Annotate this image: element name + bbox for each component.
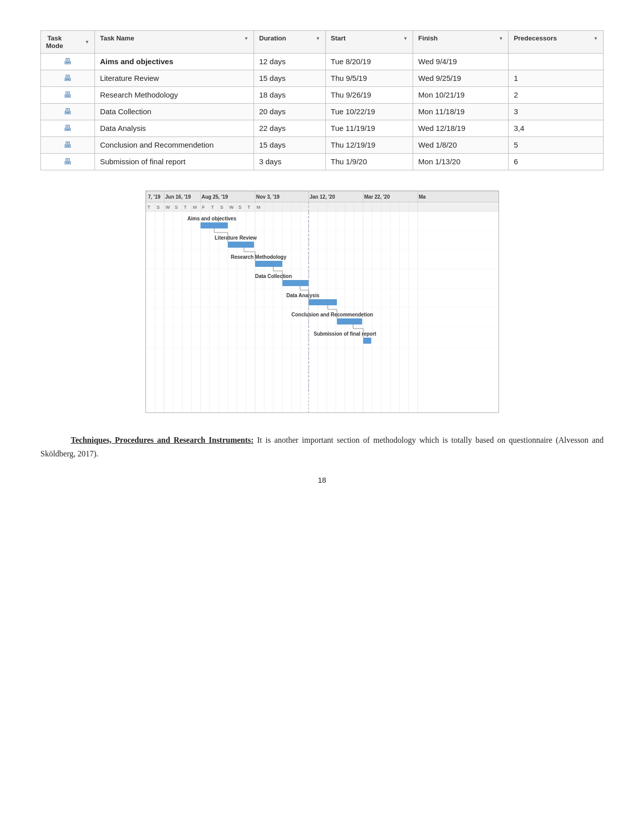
svg-rect-67 (201, 222, 228, 228)
task-table: TaskMode ▼ Task Name ▼ Duration ▼ Start … (40, 30, 604, 170)
col-header-finish: Finish ▼ (413, 31, 509, 54)
svg-text:W: W (229, 205, 234, 210)
svg-text:Jun 16, '19: Jun 16, '19 (165, 194, 191, 200)
task-start-cell: Thu 9/26/19 (325, 87, 413, 104)
page-number: 18 (40, 476, 604, 484)
task-predecessors-cell: 5 (509, 137, 604, 154)
gantt-chart-wrapper: 7, '19 Jun 16, '19 Aug 25, '19 Nov 3, '1… (40, 191, 604, 413)
col-header-mode: TaskMode ▼ (41, 31, 95, 54)
table-row: 🖶Conclusion and Recommendetion15 daysThu… (41, 137, 604, 154)
svg-rect-73 (282, 280, 309, 286)
task-mode-icon: 🖶 (64, 107, 72, 116)
task-finish-cell: Wed 9/25/19 (413, 70, 509, 87)
task-name-cell: Conclusion and Recommendetion (94, 137, 254, 154)
task-name-cell: Submission of final report (94, 154, 254, 170)
table-row: 🖶Data Analysis22 daysTue 11/19/19Wed 12/… (41, 120, 604, 137)
svg-text:7, '19: 7, '19 (148, 194, 161, 200)
col-header-predecessors: Predecessors ▼ (509, 31, 604, 54)
svg-text:W: W (166, 205, 170, 210)
techniques-paragraph: Techniques, Procedures and Research Inst… (40, 433, 604, 460)
task-mode-icon: 🖶 (64, 124, 72, 133)
task-mode-cell: 🖶 (41, 54, 95, 70)
task-name-cell: Data Collection (94, 104, 254, 120)
task-duration-cell: 18 days (254, 87, 326, 104)
svg-text:Conclusion and Recommendetion: Conclusion and Recommendetion (291, 312, 373, 317)
table-row: 🖶Aims and objectives12 daysTue 8/20/19We… (41, 54, 604, 70)
task-duration-cell: 15 days (254, 70, 326, 87)
svg-text:T: T (147, 205, 151, 210)
svg-text:T: T (247, 205, 251, 210)
task-start-cell: Tue 10/22/19 (325, 104, 413, 120)
task-start-cell: Thu 9/5/19 (325, 70, 413, 87)
task-mode-cell: 🖶 (41, 70, 95, 87)
svg-rect-79 (363, 338, 371, 344)
task-mode-cell: 🖶 (41, 104, 95, 120)
task-name-cell: Literature Review (94, 70, 254, 87)
task-predecessors-cell: 1 (509, 70, 604, 87)
task-duration-cell: 3 days (254, 154, 326, 170)
svg-text:Aug 25, '19: Aug 25, '19 (202, 194, 228, 200)
table-row: 🖶Data Collection20 daysTue 10/22/19Mon 1… (41, 104, 604, 120)
task-duration-cell: 22 days (254, 120, 326, 137)
svg-text:M: M (193, 205, 197, 210)
svg-text:Jan 12, '20: Jan 12, '20 (310, 194, 335, 200)
svg-text:Mar 22, '20: Mar 22, '20 (364, 194, 390, 200)
svg-text:Research Methodology: Research Methodology (231, 254, 286, 260)
task-duration-cell: 15 days (254, 137, 326, 154)
task-finish-cell: Mon 10/21/19 (413, 87, 509, 104)
svg-text:S: S (238, 205, 241, 210)
svg-text:Data Collection: Data Collection (255, 273, 292, 279)
task-predecessors-cell: 2 (509, 87, 604, 104)
svg-rect-77 (337, 318, 362, 325)
task-table-wrapper: TaskMode ▼ Task Name ▼ Duration ▼ Start … (40, 30, 604, 170)
task-start-cell: Thu 1/9/20 (325, 154, 413, 170)
task-finish-cell: Mon 1/13/20 (413, 154, 509, 170)
task-predecessors-cell: 3 (509, 104, 604, 120)
col-header-task-name: Task Name ▼ (94, 31, 254, 54)
svg-text:Literature Review: Literature Review (215, 235, 257, 241)
task-mode-icon: 🖶 (64, 157, 72, 166)
task-mode-cell: 🖶 (41, 87, 95, 104)
col-header-duration: Duration ▼ (254, 31, 326, 54)
task-duration-cell: 12 days (254, 54, 326, 70)
task-finish-cell: Mon 11/18/19 (413, 104, 509, 120)
svg-text:S: S (220, 205, 223, 210)
task-duration-cell: 20 days (254, 104, 326, 120)
task-name-cell: Aims and objectives (94, 54, 254, 70)
gantt-chart-svg: 7, '19 Jun 16, '19 Aug 25, '19 Nov 3, '1… (145, 191, 499, 413)
svg-text:T: T (211, 205, 214, 210)
task-start-cell: Tue 8/20/19 (325, 54, 413, 70)
task-finish-cell: Wed 12/18/19 (413, 120, 509, 137)
svg-text:Submission of final report: Submission of final report (314, 331, 377, 337)
task-start-cell: Thu 12/19/19 (325, 137, 413, 154)
svg-text:T: T (184, 205, 187, 210)
text-section: Techniques, Procedures and Research Inst… (40, 433, 604, 460)
svg-text:S: S (157, 205, 160, 210)
task-mode-icon: 🖶 (64, 74, 72, 83)
task-name-cell: Research Methodology (94, 87, 254, 104)
task-mode-icon: 🖶 (64, 90, 72, 100)
svg-text:F: F (202, 205, 205, 210)
task-predecessors-cell (509, 54, 604, 70)
col-header-start: Start ▼ (325, 31, 413, 54)
task-mode-icon: 🖶 (64, 57, 72, 66)
task-finish-cell: Wed 9/4/19 (413, 54, 509, 70)
task-start-cell: Tue 11/19/19 (325, 120, 413, 137)
task-predecessors-cell: 6 (509, 154, 604, 170)
svg-text:Aims and objectives: Aims and objectives (187, 216, 236, 221)
svg-rect-71 (255, 261, 282, 267)
task-name-cell: Data Analysis (94, 120, 254, 137)
task-mode-cell: 🖶 (41, 154, 95, 170)
table-row: 🖶Submission of final report3 daysThu 1/9… (41, 154, 604, 170)
table-row: 🖶Research Methodology18 daysThu 9/26/19M… (41, 87, 604, 104)
svg-text:Data Analysis: Data Analysis (286, 293, 320, 298)
task-mode-icon: 🖶 (64, 141, 72, 150)
task-mode-cell: 🖶 (41, 137, 95, 154)
svg-text:Ma: Ma (419, 194, 426, 200)
section-title: Techniques, Procedures and Research Inst… (71, 436, 254, 444)
task-predecessors-cell: 3,4 (509, 120, 604, 137)
svg-text:Nov 3, '19: Nov 3, '19 (256, 194, 280, 200)
svg-rect-69 (228, 242, 254, 248)
svg-text:M: M (257, 205, 261, 210)
svg-text:S: S (175, 205, 178, 210)
